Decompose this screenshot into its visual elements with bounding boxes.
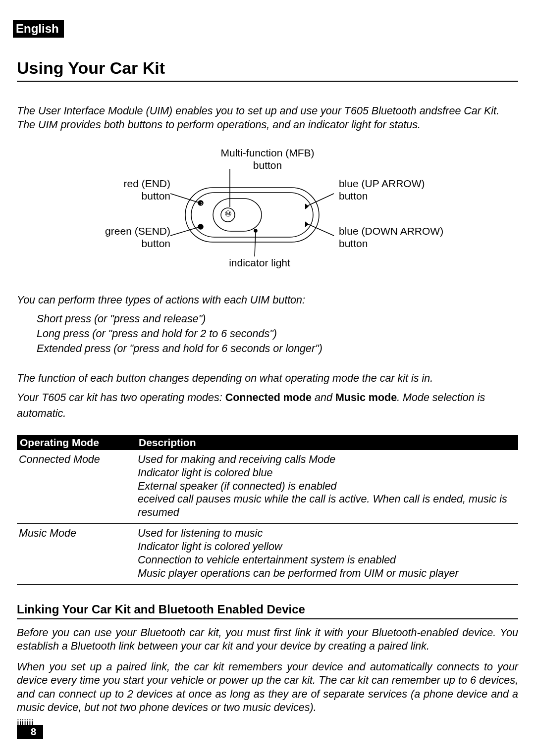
- page-number: 8: [17, 725, 43, 739]
- cell-desc: Used for making and receiving calls Mode…: [136, 450, 518, 524]
- label-indicator: indicator light: [210, 256, 309, 269]
- mfb-logo-icon: Ⓜ: [225, 210, 231, 217]
- subsection-title: Linking Your Car Kit and Bluetooth Enabl…: [17, 603, 518, 619]
- svg-line-10: [255, 232, 256, 256]
- mode-paragraph-2: Your T605 car kit has two operating mode…: [17, 390, 518, 421]
- trailing-text: iiiiiii: [17, 718, 518, 730]
- action-item: Extended press (or "press and hold for 6…: [37, 341, 518, 356]
- uim-diagram: Ⓜ Multi-function (MFB) button red (END) …: [17, 147, 518, 280]
- linking-paragraph-1: Before you can use your Bluetooth car ki…: [17, 626, 518, 654]
- cell-desc: Used for listening to music Indicator li…: [136, 524, 518, 585]
- th-operating-mode: Operating Mode: [17, 435, 136, 450]
- th-description: Description: [136, 435, 518, 450]
- table-header-row: Operating Mode Description: [17, 435, 518, 450]
- svg-rect-2: [213, 199, 262, 231]
- mode-paragraph-1: The function of each button changes depe…: [17, 371, 518, 386]
- actions-intro: You can perform three types of actions w…: [17, 294, 518, 306]
- svg-rect-1: [191, 193, 313, 237]
- svg-line-9: [170, 227, 200, 236]
- cell-mode: Connected Mode: [17, 450, 136, 524]
- intro-paragraph: The User Interface Module (UIM) enables …: [17, 104, 518, 132]
- svg-rect-0: [185, 188, 319, 242]
- table-row: Music Mode Used for listening to music I…: [17, 524, 518, 585]
- cell-mode: Music Mode: [17, 524, 136, 585]
- svg-line-8: [170, 194, 200, 203]
- section-title: Using Your Car Kit: [17, 58, 518, 82]
- label-mfb: Multi-function (MFB) button: [17, 147, 518, 171]
- language-tag: English: [13, 20, 64, 38]
- label-red-end: red (END) button: [101, 177, 170, 202]
- actions-list: Short press (or "press and release") Lon…: [17, 311, 518, 356]
- label-down-arrow: blue (DOWN ARROW) button: [339, 225, 468, 250]
- table-row: Connected Mode Used for making and recei…: [17, 450, 518, 524]
- label-up-arrow: blue (UP ARROW) button: [339, 177, 448, 202]
- action-item: Long press (or "press and hold for 2 to …: [37, 326, 518, 341]
- label-green-send: green (SEND) button: [91, 225, 170, 250]
- action-item: Short press (or "press and release"): [37, 311, 518, 326]
- operating-mode-table: Operating Mode Description Connected Mod…: [17, 435, 518, 585]
- linking-paragraph-2: When you set up a paired link, the car k…: [17, 660, 518, 715]
